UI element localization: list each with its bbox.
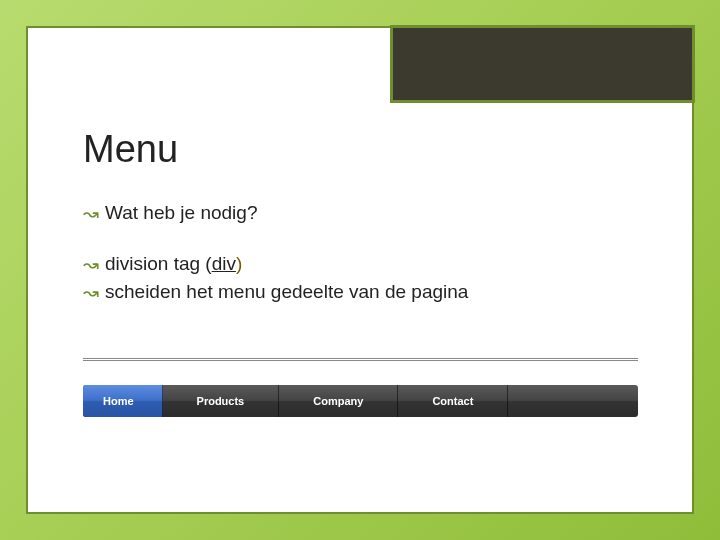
menu-item-home: Home: [83, 385, 163, 417]
bullet-glyph-icon: ↝: [83, 200, 99, 229]
divider-line: [83, 358, 638, 359]
bullet-block-1: ↝ Wat heb je nodig?: [83, 199, 652, 228]
slide-heading: Menu: [83, 128, 652, 171]
divider-line: [83, 360, 638, 361]
bullet-3: ↝ scheiden het menu gedeelte van de pagi…: [83, 278, 652, 307]
menu-item-products: Products: [163, 385, 280, 417]
example-menu-bar: Home Products Company Contact: [83, 385, 638, 417]
bullet-1: ↝ Wat heb je nodig?: [83, 199, 652, 228]
bullet-2-text: division tag (div): [105, 250, 242, 279]
bullet-1-text: Wat heb je nodig?: [105, 199, 257, 228]
menu-item-company: Company: [279, 385, 398, 417]
menu-example: Home Products Company Contact: [83, 358, 638, 417]
slide-inner: Menu ↝ Wat heb je nodig? ↝ division tag …: [26, 26, 694, 514]
bullet-glyph-icon: ↝: [83, 279, 99, 308]
bullet-2-pre: division tag (: [105, 253, 212, 274]
bullet-2-post: ): [236, 253, 242, 274]
bullet-glyph-icon: ↝: [83, 251, 99, 280]
content-area: Menu ↝ Wat heb je nodig? ↝ division tag …: [83, 128, 652, 329]
menu-item-contact: Contact: [398, 385, 508, 417]
bullet-2-underlined: div: [212, 253, 236, 274]
slide-background: Menu ↝ Wat heb je nodig? ↝ division tag …: [0, 0, 720, 540]
bullet-block-2: ↝ division tag (div) ↝ scheiden het menu…: [83, 250, 652, 307]
title-box: [390, 25, 695, 103]
bullet-3-text: scheiden het menu gedeelte van de pagina: [105, 278, 468, 307]
bullet-2: ↝ division tag (div): [83, 250, 652, 279]
